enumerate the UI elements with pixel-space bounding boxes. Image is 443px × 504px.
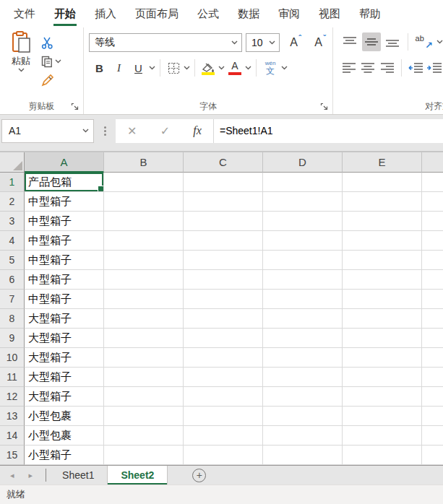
cell-E10[interactable]	[343, 348, 422, 368]
cell-A12[interactable]: 大型箱子	[25, 387, 104, 407]
cell-D11[interactable]	[263, 368, 343, 387]
cell-overflow-8[interactable]	[422, 309, 443, 329]
cell-B2[interactable]	[104, 192, 184, 212]
cell-D14[interactable]	[263, 426, 343, 446]
enter-icon[interactable]: ✓	[160, 124, 170, 138]
format-painter-button[interactable]	[41, 73, 61, 87]
cell-B10[interactable]	[104, 348, 184, 368]
align-right-button[interactable]	[379, 58, 396, 77]
cell-D7[interactable]	[263, 290, 343, 309]
fill-color-button[interactable]	[199, 59, 217, 77]
cell-E2[interactable]	[343, 192, 422, 212]
cell-overflow-2[interactable]	[422, 192, 443, 212]
cell-B13[interactable]	[104, 407, 184, 426]
cell-C2[interactable]	[184, 192, 263, 212]
cell-A5[interactable]: 中型箱子	[25, 251, 104, 270]
row-header-6[interactable]: 6	[0, 270, 25, 290]
cell-D15[interactable]	[263, 446, 343, 465]
cell-A1[interactable]: 产品包箱	[25, 173, 104, 192]
cell-A10[interactable]: 大型箱子	[25, 348, 104, 368]
cell-E12[interactable]	[343, 387, 422, 407]
ribbon-tab-数据[interactable]: 数据	[228, 0, 269, 27]
row-header-13[interactable]: 13	[0, 407, 25, 426]
cell-E14[interactable]	[343, 426, 422, 446]
cell-C11[interactable]	[184, 368, 263, 387]
cell-B6[interactable]	[104, 270, 184, 290]
cell-B15[interactable]	[104, 446, 184, 465]
cell-D1[interactable]	[263, 173, 343, 192]
cell-overflow-11[interactable]	[422, 368, 443, 387]
row-header-12[interactable]: 12	[0, 387, 25, 407]
formula-bar-drag-handle[interactable]	[94, 126, 116, 136]
cell-D13[interactable]	[263, 407, 343, 426]
cell-E1[interactable]	[343, 173, 422, 192]
copy-button[interactable]	[41, 54, 61, 69]
cell-C5[interactable]	[184, 251, 263, 270]
cell-C3[interactable]	[184, 212, 263, 231]
cell-B3[interactable]	[104, 212, 184, 231]
cell-overflow-3[interactable]	[422, 212, 443, 231]
orientation-dropdown-chevron[interactable]	[436, 40, 443, 44]
cancel-icon[interactable]: ✕	[127, 124, 137, 138]
bottom-align-button[interactable]	[383, 32, 403, 51]
prev-sheet-arrow-icon[interactable]: ◂	[10, 471, 14, 480]
decrease-indent-button[interactable]	[407, 58, 424, 77]
font-dialog-launcher-icon[interactable]	[320, 103, 329, 111]
cell-overflow-6[interactable]	[422, 270, 443, 290]
cell-E3[interactable]	[343, 212, 422, 231]
cell-B9[interactable]	[104, 329, 184, 348]
font-color-dropdown-chevron[interactable]	[245, 66, 251, 70]
insert-function-icon[interactable]: fx	[193, 124, 202, 137]
increase-indent-button[interactable]	[426, 58, 443, 77]
cell-B5[interactable]	[104, 251, 184, 270]
paste-button[interactable]: 粘贴	[7, 31, 35, 87]
ribbon-tab-开始[interactable]: 开始	[45, 0, 85, 27]
copy-dropdown-chevron[interactable]	[55, 59, 61, 64]
ribbon-tab-公式[interactable]: 公式	[188, 0, 228, 27]
cell-overflow-5[interactable]	[422, 251, 443, 270]
cell-C9[interactable]	[184, 329, 263, 348]
cell-C10[interactable]	[184, 348, 263, 368]
cell-A2[interactable]: 中型箱子	[25, 192, 104, 212]
cell-C4[interactable]	[184, 231, 263, 251]
cell-D3[interactable]	[263, 212, 343, 231]
fill-color-dropdown-chevron[interactable]	[218, 66, 225, 70]
paste-dropdown-chevron[interactable]	[18, 68, 25, 72]
ribbon-tab-插入[interactable]: 插入	[85, 0, 126, 27]
column-header-B[interactable]: B	[104, 152, 184, 173]
cell-C6[interactable]	[184, 270, 263, 290]
cell-D10[interactable]	[263, 348, 343, 368]
ribbon-tab-视图[interactable]: 视图	[309, 0, 350, 27]
decrease-font-size-button[interactable]: A ˇ	[308, 33, 329, 52]
ribbon-tab-页面布局[interactable]: 页面布局	[126, 0, 188, 27]
cell-B1[interactable]	[104, 173, 184, 192]
column-header-overflow[interactable]	[422, 152, 443, 173]
cut-button[interactable]	[41, 35, 61, 50]
column-header-D[interactable]: D	[263, 152, 343, 173]
cell-overflow-10[interactable]	[422, 348, 443, 368]
row-header-14[interactable]: 14	[0, 426, 25, 446]
select-all-corner[interactable]	[0, 152, 25, 173]
cell-overflow-15[interactable]	[422, 446, 443, 465]
row-header-7[interactable]: 7	[0, 290, 25, 309]
cell-D9[interactable]	[263, 329, 343, 348]
cell-A9[interactable]: 大型箱子	[25, 329, 104, 348]
cell-B14[interactable]	[104, 426, 184, 446]
font-color-button[interactable]: A	[226, 59, 244, 77]
cell-B7[interactable]	[104, 290, 184, 309]
name-box[interactable]: A1	[1, 119, 94, 143]
cell-A6[interactable]: 中型箱子	[25, 270, 104, 290]
cell-A3[interactable]: 中型箱子	[25, 212, 104, 231]
cell-C8[interactable]	[184, 309, 263, 329]
cell-D2[interactable]	[263, 192, 343, 212]
cell-A4[interactable]: 中型箱子	[25, 231, 104, 251]
cell-C7[interactable]	[184, 290, 263, 309]
cell-D4[interactable]	[263, 231, 343, 251]
row-header-1[interactable]: 1	[0, 173, 25, 192]
cell-A14[interactable]: 小型包裹	[25, 426, 104, 446]
next-sheet-arrow-icon[interactable]: ▸	[29, 471, 33, 480]
font-name-combobox[interactable]: 等线	[89, 33, 242, 52]
phonetic-dropdown-chevron[interactable]	[281, 66, 288, 70]
borders-button[interactable]	[165, 59, 182, 77]
underline-button[interactable]: U	[129, 59, 147, 77]
